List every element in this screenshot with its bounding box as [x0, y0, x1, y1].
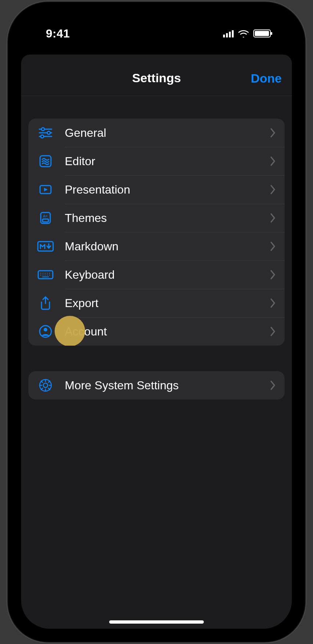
- row-label: Markdown: [65, 240, 270, 253]
- export-icon: [37, 295, 54, 311]
- settings-content: General: [21, 96, 292, 629]
- chevron-right-icon: [270, 270, 276, 280]
- row-export[interactable]: Export: [28, 289, 285, 317]
- account-icon: [37, 323, 54, 340]
- screen: 9:41 Settings Done: [21, 15, 292, 629]
- svg-rect-10: [43, 219, 48, 222]
- chevron-right-icon: [270, 326, 276, 337]
- row-label: Editor: [65, 155, 270, 168]
- svg-text:A=: A=: [43, 214, 48, 218]
- themes-icon: A=: [37, 210, 54, 226]
- svg-point-1: [41, 128, 44, 131]
- svg-line-32: [41, 381, 43, 382]
- editor-icon: [37, 153, 54, 170]
- markdown-icon: [37, 238, 54, 255]
- svg-point-3: [47, 131, 50, 134]
- chevron-right-icon: [270, 213, 276, 223]
- done-button[interactable]: Done: [251, 71, 282, 85]
- gear-icon: [37, 377, 54, 394]
- svg-line-34: [48, 381, 50, 382]
- svg-line-35: [41, 388, 43, 390]
- row-label: Export: [65, 297, 270, 310]
- nav-bar: Settings Done: [21, 60, 292, 96]
- chevron-right-icon: [270, 380, 276, 390]
- settings-group-main: General: [28, 119, 285, 346]
- row-label: More System Settings: [65, 379, 270, 392]
- row-markdown[interactable]: Markdown: [28, 232, 285, 261]
- row-label: General: [65, 126, 270, 140]
- settings-group-system: More System Settings: [28, 371, 285, 399]
- keyboard-icon: [37, 266, 54, 283]
- chevron-right-icon: [270, 184, 276, 195]
- chevron-right-icon: [270, 128, 276, 138]
- row-account[interactable]: Account: [28, 317, 285, 346]
- svg-line-33: [48, 388, 50, 390]
- status-icons: [223, 29, 271, 37]
- play-square-icon: [37, 181, 54, 198]
- svg-point-25: [44, 328, 47, 331]
- sliders-icon: [37, 124, 54, 141]
- battery-icon: [253, 29, 271, 37]
- row-themes[interactable]: A= Themes: [28, 204, 285, 232]
- status-time: 9:41: [46, 27, 70, 40]
- page-title: Settings: [132, 71, 181, 85]
- row-label: Account: [65, 325, 270, 338]
- row-label: Keyboard: [65, 268, 270, 282]
- home-indicator[interactable]: [109, 620, 204, 624]
- row-label: Presentation: [65, 183, 270, 196]
- status-bar: 9:41: [21, 15, 292, 52]
- chevron-right-icon: [270, 156, 276, 166]
- chevron-right-icon: [270, 298, 276, 308]
- row-editor[interactable]: Editor: [28, 147, 285, 175]
- row-general[interactable]: General: [28, 119, 285, 147]
- wifi-icon: [238, 29, 249, 37]
- row-more-system-settings[interactable]: More System Settings: [28, 371, 285, 399]
- row-label: Themes: [65, 211, 270, 225]
- chevron-right-icon: [270, 241, 276, 251]
- row-presentation[interactable]: Presentation: [28, 175, 285, 204]
- settings-sheet: Settings Done General: [21, 60, 292, 629]
- svg-point-27: [43, 383, 48, 387]
- svg-point-5: [41, 135, 44, 138]
- cellular-icon: [223, 29, 234, 37]
- device-frame: 9:41 Settings Done: [8, 2, 305, 642]
- row-keyboard[interactable]: Keyboard: [28, 261, 285, 289]
